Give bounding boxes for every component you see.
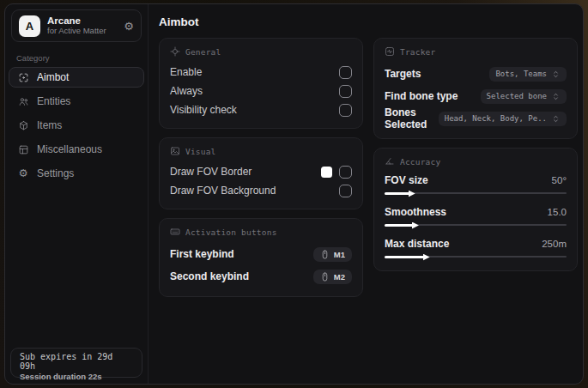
session-duration-text: Session duration 22s — [20, 372, 133, 381]
crosshair-scan-icon — [17, 71, 29, 83]
tracker-header-label: Tracker — [400, 47, 435, 57]
smoothness-label: Smoothness — [385, 206, 446, 218]
fov-size-label: FOV size — [385, 174, 428, 186]
smoothness-slider[interactable] — [385, 221, 567, 228]
left-column: General Enable Always Visibility check — [159, 38, 363, 297]
fov-border-color-swatch[interactable] — [321, 167, 332, 178]
general-header-label: General — [185, 47, 221, 57]
draw-fov-border-checkbox[interactable] — [339, 166, 352, 179]
tracker-card: Tracker Targets Bots, Teams Find bone ty… — [373, 38, 578, 139]
visibility-check-label: Visibility check — [170, 104, 237, 116]
fov-size-value: 50° — [552, 175, 567, 185]
always-checkbox[interactable] — [339, 85, 352, 98]
bones-selected-value: Head, Neck, Body, Pe.. — [445, 114, 547, 123]
enable-checkbox[interactable] — [339, 66, 352, 79]
brand-subtitle: for Active Matter — [47, 27, 117, 36]
app-window: A Arcane for Active Matter ⚙ Category Ai… — [4, 3, 584, 385]
max-distance-group: Max distance 250m — [385, 236, 567, 260]
general-header: General — [170, 46, 352, 57]
draw-fov-border-label: Draw FOV Border — [170, 166, 252, 178]
find-bone-type-value: Selected bone — [487, 92, 547, 100]
first-keybind-value: M1 — [334, 250, 345, 259]
accuracy-card: Accuracy FOV size 50° Smoothness — [373, 148, 578, 271]
sub-expiry-text: Sub expires in 29d 09h — [20, 352, 133, 371]
gear-icon[interactable]: ⚙ — [124, 20, 134, 33]
enable-row: Enable — [170, 63, 352, 82]
mouse-icon — [320, 250, 330, 259]
settings-gear-icon: ⚙ — [17, 167, 29, 179]
first-keybind-row: First keybind M1 — [170, 243, 352, 265]
max-distance-slider[interactable] — [385, 253, 567, 260]
targets-dropdown[interactable]: Bots, Teams — [489, 67, 567, 82]
activity-icon — [385, 46, 395, 57]
right-column: Tracker Targets Bots, Teams Find bone ty… — [373, 38, 578, 271]
users-icon — [17, 95, 29, 107]
find-bone-type-row: Find bone type Selected bone — [385, 85, 567, 107]
layout-icon — [17, 143, 29, 155]
draw-fov-background-label: Draw FOV Background — [170, 185, 276, 197]
find-bone-type-dropdown[interactable]: Selected bone — [481, 89, 567, 104]
unfold-icon — [551, 114, 561, 124]
slider-thumb[interactable] — [412, 222, 419, 229]
sidebar-item-miscellaneous[interactable]: Miscellaneous — [9, 139, 144, 160]
keyboard-icon — [170, 227, 180, 237]
slider-thumb[interactable] — [423, 254, 430, 261]
mouse-icon — [320, 272, 330, 282]
sidebar-item-items[interactable]: Items — [9, 115, 144, 136]
smoothness-value: 15.0 — [548, 207, 567, 217]
activation-header-label: Activation buttons — [185, 227, 277, 237]
visual-header: Visual — [170, 146, 352, 156]
general-card: General Enable Always Visibility check — [159, 38, 363, 129]
brand-text: Arcane for Active Matter — [47, 15, 117, 36]
activation-buttons-card: Activation buttons First keybind M1 Seco… — [159, 218, 363, 297]
crosshair-icon — [170, 46, 180, 57]
slider-thumb[interactable] — [409, 191, 415, 197]
unfold-icon — [551, 70, 561, 79]
first-keybind-button[interactable]: M1 — [313, 247, 352, 262]
accuracy-header: Accuracy — [385, 156, 567, 167]
fov-size-slider[interactable] — [385, 190, 567, 197]
smoothness-group: Smoothness 15.0 — [385, 204, 567, 228]
max-distance-value: 250m — [542, 239, 567, 249]
visual-card: Visual Draw FOV Border Draw FOV Backgrou… — [159, 137, 363, 209]
bones-selected-dropdown[interactable]: Head, Neck, Body, Pe.. — [439, 112, 567, 126]
second-keybind-row: Second keybind M2 — [170, 265, 352, 288]
visibility-check-checkbox[interactable] — [339, 104, 352, 117]
tracker-header: Tracker — [385, 46, 567, 57]
always-row: Always — [170, 82, 352, 100]
app-logo: A — [19, 15, 40, 37]
draw-fov-background-row: Draw FOV Background — [170, 181, 352, 200]
sidebar-item-aimbot[interactable]: Aimbot — [9, 67, 144, 88]
bones-selected-label: Bones Selected — [385, 106, 439, 130]
second-keybind-label: Second keybind — [170, 270, 249, 282]
bones-selected-row: Bones Selected Head, Neck, Body, Pe.. — [385, 107, 567, 130]
find-bone-type-label: Find bone type — [385, 90, 458, 102]
sidebar-item-label: Items — [37, 119, 62, 131]
main-content: Aimbot General Enable Always — [149, 4, 584, 384]
draw-fov-background-checkbox[interactable] — [339, 185, 352, 197]
targets-row: Targets Bots, Teams — [385, 63, 567, 85]
first-keybind-label: First keybind — [170, 248, 234, 260]
sidebar-item-entities[interactable]: Entities — [9, 91, 144, 112]
accuracy-header-label: Accuracy — [400, 157, 440, 167]
enable-label: Enable — [170, 66, 202, 78]
brand-card: A Arcane for Active Matter ⚙ — [11, 9, 142, 42]
sidebar-item-label: Miscellaneous — [37, 143, 102, 155]
sidebar-item-settings[interactable]: ⚙ Settings — [9, 163, 144, 184]
sidebar-nav: Aimbot Entities Items Miscellaneous — [5, 67, 148, 184]
category-label: Category — [16, 53, 148, 63]
page-title: Aimbot — [159, 15, 578, 28]
sidebar: A Arcane for Active Matter ⚙ Category Ai… — [5, 4, 149, 384]
sidebar-item-label: Settings — [37, 167, 74, 179]
sidebar-item-label: Aimbot — [37, 71, 69, 83]
second-keybind-button[interactable]: M2 — [313, 270, 352, 284]
targets-label: Targets — [385, 68, 421, 80]
second-keybind-value: M2 — [334, 272, 345, 282]
angle-icon — [385, 156, 395, 167]
image-icon — [170, 146, 180, 156]
always-label: Always — [170, 85, 203, 97]
sidebar-item-label: Entities — [37, 95, 70, 107]
activation-header: Activation buttons — [170, 227, 352, 237]
visual-header-label: Visual — [185, 147, 216, 156]
cube-icon — [17, 119, 29, 131]
